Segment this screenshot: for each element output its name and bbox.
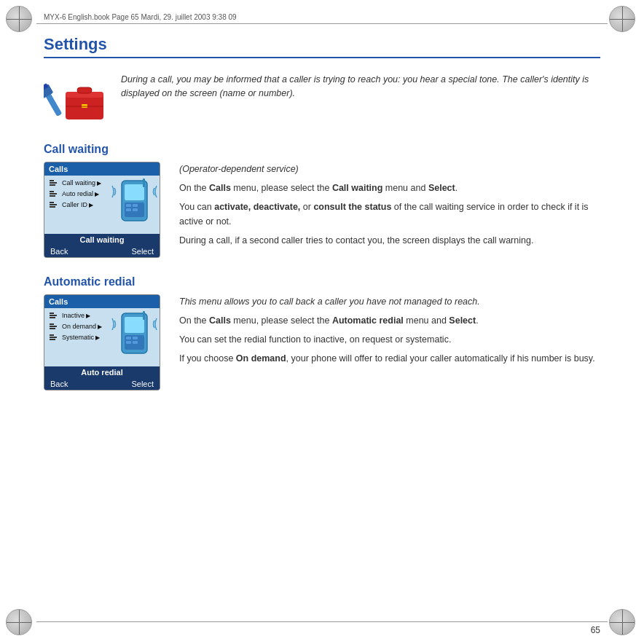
menu-item-1: Call waiting ▶: [47, 178, 103, 187]
svg-rect-32: [50, 337, 57, 338]
screen-menu-1: Call waiting ▶ Auto redial ▶ Caller ID: [47, 178, 103, 209]
svg-rect-9: [50, 182, 57, 184]
call-waiting-left: Calls Call waiting ▶ Auto redial: [44, 162, 168, 258]
auto-redial-phone: Calls Inactive ▶ On demand ▶: [44, 294, 160, 390]
svg-rect-12: [50, 193, 57, 195]
ar-para3: If you choose On demand, your phone will…: [179, 351, 600, 366]
phone-footer-1: Back Select: [44, 246, 160, 257]
svg-rect-11: [50, 191, 54, 192]
svg-rect-40: [133, 341, 138, 344]
auto-redial-content: Calls Inactive ▶ On demand ▶: [44, 294, 600, 390]
svg-rect-39: [126, 341, 131, 344]
phone-graphic-2: [111, 310, 158, 361]
tool-svg-icon: [44, 70, 109, 128]
svg-rect-18: [125, 184, 144, 200]
header-text: MYX-6 English.book Page 65 Mardi, 29. ju…: [44, 13, 237, 21]
phone-screen-2: Inactive ▶ On demand ▶ Systematic: [44, 308, 160, 366]
call-waiting-content: Calls Call waiting ▶ Auto redial: [44, 162, 600, 258]
svg-rect-13: [50, 195, 55, 197]
corner-decoration-bl: [6, 609, 35, 638]
menu-item-4: Inactive ▶: [47, 311, 104, 320]
page-title: Settings: [44, 35, 600, 58]
svg-rect-21: [133, 204, 138, 207]
svg-rect-20: [126, 204, 131, 207]
svg-rect-33: [50, 339, 55, 340]
top-border: [36, 23, 608, 24]
ar-intro: This menu allows you to call back a call…: [179, 294, 600, 309]
svg-rect-14: [50, 202, 54, 203]
cw-para1: On the Calls menu, please select the Cal…: [179, 181, 600, 195]
ar-para1: On the Calls menu, please select the Aut…: [179, 313, 600, 328]
svg-rect-31: [50, 334, 54, 336]
phone-calls-header-1: Calls: [44, 162, 160, 176]
phone-label-2: Auto redial: [44, 366, 160, 378]
svg-rect-30: [50, 328, 55, 329]
svg-rect-8: [50, 180, 54, 181]
auto-redial-section: Automatic redial Calls Inactive ▶: [44, 275, 600, 390]
cw-para3: During a call, if a second caller tries …: [179, 233, 600, 248]
call-waiting-title: Call waiting: [44, 143, 600, 156]
svg-rect-28: [50, 323, 54, 325]
phone-back-1: Back: [50, 247, 68, 256]
svg-rect-38: [133, 337, 138, 339]
svg-rect-22: [126, 208, 131, 211]
phone-label-1: Call waiting: [44, 234, 160, 246]
corner-decoration-br: [609, 609, 638, 638]
svg-rect-5: [77, 87, 92, 93]
cw-para2: You can activate, deactivate, or consult…: [179, 200, 600, 229]
svg-rect-25: [50, 313, 54, 314]
corner-decoration-tl: [6, 6, 35, 35]
svg-rect-29: [50, 326, 57, 327]
svg-rect-27: [50, 317, 55, 318]
phone-graphic-1: [111, 177, 158, 228]
page-number: 65: [591, 625, 600, 635]
bottom-border: [36, 621, 608, 622]
menu-item-3: Caller ID ▶: [47, 200, 103, 209]
header-bar: MYX-6 English.book Page 65 Mardi, 29. ju…: [44, 13, 600, 24]
phone-screen-1: Call waiting ▶ Auto redial ▶ Caller ID: [44, 176, 160, 234]
svg-rect-41: [143, 311, 145, 320]
corner-decoration-tr: [609, 6, 638, 35]
intro-icon: [44, 70, 109, 128]
ar-para2: You can set the redial function to inact…: [179, 332, 600, 347]
screen-menu-2: Inactive ▶ On demand ▶ Systematic: [47, 311, 104, 342]
phone-footer-2: Back Select: [44, 378, 160, 390]
svg-rect-37: [126, 337, 131, 339]
call-waiting-phone: Calls Call waiting ▶ Auto redial: [44, 162, 160, 258]
intro-section: During a call, you may be informed that …: [44, 70, 600, 128]
svg-rect-35: [125, 317, 144, 333]
menu-item-2: Auto redial ▶: [47, 189, 103, 198]
menu-item-5: On demand ▶: [47, 322, 104, 331]
auto-redial-text: This menu allows you to call back a call…: [179, 294, 600, 370]
main-content: Settings: [44, 29, 600, 608]
auto-redial-left: Calls Inactive ▶ On demand ▶: [44, 294, 168, 390]
call-waiting-text: (Operator-dependent service) On the Call…: [179, 162, 600, 252]
call-waiting-section: Call waiting Calls Call waiting ▶: [44, 143, 600, 258]
operator-note: (Operator-dependent service): [179, 162, 600, 176]
svg-rect-23: [133, 208, 138, 211]
phone-select-2: Select: [131, 380, 154, 388]
phone-back-2: Back: [50, 380, 68, 388]
intro-text: During a call, you may be informed that …: [121, 70, 600, 101]
svg-rect-15: [50, 204, 57, 205]
svg-rect-10: [50, 184, 55, 186]
phone-select-1: Select: [131, 247, 154, 256]
svg-rect-26: [50, 315, 57, 316]
phone-calls-header-2: Calls: [44, 295, 160, 308]
auto-redial-title: Automatic redial: [44, 275, 600, 288]
svg-rect-16: [50, 206, 55, 208]
svg-rect-24: [143, 178, 145, 187]
menu-item-6: Systematic ▶: [47, 333, 104, 342]
